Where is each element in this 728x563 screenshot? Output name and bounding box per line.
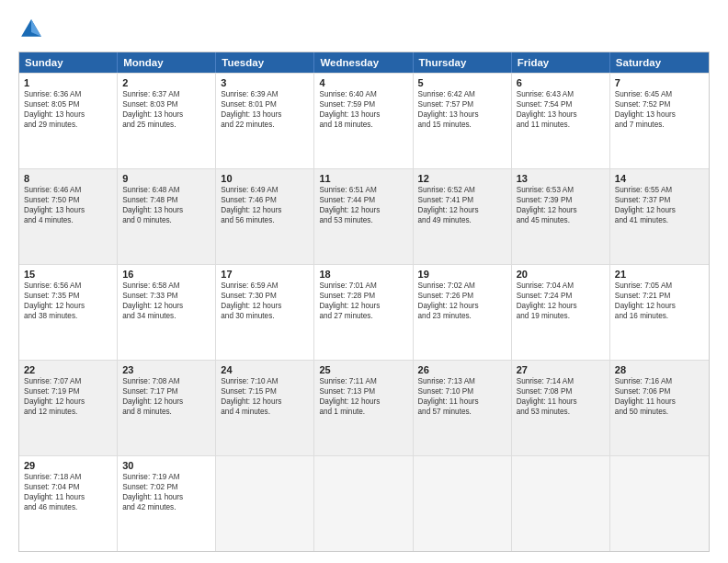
weekday-header: Tuesday xyxy=(216,52,314,73)
calendar-cell: 29Sunrise: 7:18 AMSunset: 7:04 PMDayligh… xyxy=(19,456,118,551)
weekday-header: Wednesday xyxy=(314,52,413,73)
cell-info-line: Daylight: 12 hours xyxy=(122,396,210,407)
cell-info-line: Sunset: 7:28 PM xyxy=(319,291,407,301)
cell-info-line: Sunrise: 6:52 AM xyxy=(418,185,506,195)
day-number: 17 xyxy=(221,269,309,280)
day-number: 30 xyxy=(122,460,210,471)
day-number: 19 xyxy=(418,269,506,280)
day-number: 20 xyxy=(517,269,605,280)
cell-info-line: Sunset: 7:50 PM xyxy=(24,195,112,205)
day-number: 9 xyxy=(122,173,210,184)
cell-info-line: and 53 minutes. xyxy=(517,407,605,417)
cell-info-line: and 49 minutes. xyxy=(418,215,506,225)
cell-info-line: Sunrise: 6:55 AM xyxy=(615,185,704,195)
cell-info-line: and 34 minutes. xyxy=(122,311,210,321)
cell-info-line: Sunrise: 7:02 AM xyxy=(418,281,506,291)
cell-info-line: Sunset: 7:13 PM xyxy=(319,386,407,396)
cell-info-line: Sunrise: 6:45 AM xyxy=(615,89,704,99)
cell-info-line: and 16 minutes. xyxy=(615,311,704,321)
cell-info-line: Sunrise: 6:48 AM xyxy=(122,185,210,195)
logo xyxy=(18,17,50,42)
weekday-header: Thursday xyxy=(414,52,512,73)
cell-info-line: Daylight: 13 hours xyxy=(122,109,210,120)
cell-info-line: and 45 minutes. xyxy=(517,215,605,225)
cell-info-line: Sunset: 7:26 PM xyxy=(418,291,506,301)
cell-info-line: Sunrise: 7:04 AM xyxy=(517,281,605,291)
cell-info-line: and 50 minutes. xyxy=(615,407,704,417)
day-number: 22 xyxy=(24,364,112,375)
cell-info-line: Daylight: 13 hours xyxy=(24,109,112,120)
cell-info-line: and 56 minutes. xyxy=(221,215,309,225)
calendar-cell: 1Sunrise: 6:36 AMSunset: 8:05 PMDaylight… xyxy=(19,74,118,168)
cell-info-line: Sunrise: 7:19 AM xyxy=(122,472,210,482)
cell-info-line: and 46 minutes. xyxy=(24,502,112,512)
cell-info-line: Daylight: 12 hours xyxy=(517,205,605,215)
calendar-cell: 30Sunrise: 7:19 AMSunset: 7:02 PMDayligh… xyxy=(118,456,216,551)
cell-info-line: Sunset: 7:54 PM xyxy=(517,99,605,109)
cell-info-line: Sunrise: 6:39 AM xyxy=(221,89,309,99)
cell-info-line: Sunrise: 7:10 AM xyxy=(221,376,309,386)
cell-info-line: Sunset: 7:04 PM xyxy=(24,482,112,492)
cell-info-line: Sunrise: 6:40 AM xyxy=(319,89,407,99)
cell-info-line: Sunrise: 7:07 AM xyxy=(24,376,112,386)
day-number: 21 xyxy=(615,269,704,280)
calendar-cell: 27Sunrise: 7:14 AMSunset: 7:08 PMDayligh… xyxy=(512,361,610,455)
cell-info-line: and 1 minute. xyxy=(319,407,407,417)
cell-info-line: and 4 minutes. xyxy=(221,407,309,417)
cell-info-line: and 38 minutes. xyxy=(24,311,112,321)
calendar-row: 22Sunrise: 7:07 AMSunset: 7:19 PMDayligh… xyxy=(19,360,709,455)
cell-info-line: Daylight: 12 hours xyxy=(319,205,407,215)
cell-info-line: Sunrise: 6:51 AM xyxy=(319,185,407,195)
cell-info-line: Sunrise: 7:08 AM xyxy=(122,376,210,386)
cell-info-line: Sunrise: 6:58 AM xyxy=(122,281,210,291)
day-number: 18 xyxy=(319,269,407,280)
cell-info-line: Daylight: 12 hours xyxy=(24,301,112,311)
cell-info-line: and 42 minutes. xyxy=(122,502,210,512)
day-number: 16 xyxy=(122,269,210,280)
cell-info-line: and 25 minutes. xyxy=(122,120,210,130)
cell-info-line: Sunrise: 7:11 AM xyxy=(319,376,407,386)
page: SundayMondayTuesdayWednesdayThursdayFrid… xyxy=(0,0,728,563)
cell-info-line: Sunset: 7:19 PM xyxy=(24,386,112,396)
day-number: 14 xyxy=(615,173,704,184)
weekday-header: Saturday xyxy=(610,52,709,73)
calendar-row: 15Sunrise: 6:56 AMSunset: 7:35 PMDayligh… xyxy=(19,264,709,360)
calendar-cell: 15Sunrise: 6:56 AMSunset: 7:35 PMDayligh… xyxy=(19,265,118,360)
cell-info-line: and 19 minutes. xyxy=(517,311,605,321)
cell-info-line: Sunrise: 6:43 AM xyxy=(517,89,605,99)
cell-info-line: Daylight: 11 hours xyxy=(24,492,112,502)
cell-info-line: Sunset: 7:48 PM xyxy=(122,195,210,205)
cell-info-line: Sunrise: 7:13 AM xyxy=(418,376,506,386)
day-number: 13 xyxy=(517,173,605,184)
calendar-cell: 6Sunrise: 6:43 AMSunset: 7:54 PMDaylight… xyxy=(512,74,610,168)
calendar-cell xyxy=(512,456,610,551)
cell-info-line: Daylight: 11 hours xyxy=(615,396,704,407)
cell-info-line: Sunset: 7:44 PM xyxy=(319,195,407,205)
day-number: 2 xyxy=(122,77,210,88)
cell-info-line: and 27 minutes. xyxy=(319,311,407,321)
calendar-cell: 28Sunrise: 7:16 AMSunset: 7:06 PMDayligh… xyxy=(610,361,709,455)
cell-info-line: Daylight: 12 hours xyxy=(319,301,407,311)
calendar-cell: 5Sunrise: 6:42 AMSunset: 7:57 PMDaylight… xyxy=(414,74,512,168)
cell-info-line: Daylight: 12 hours xyxy=(221,396,309,407)
cell-info-line: Sunset: 8:03 PM xyxy=(122,99,210,109)
cell-info-line: and 8 minutes. xyxy=(122,407,210,417)
calendar-cell: 8Sunrise: 6:46 AMSunset: 7:50 PMDaylight… xyxy=(19,169,118,264)
cell-info-line: Sunrise: 6:49 AM xyxy=(221,185,309,195)
cell-info-line: and 12 minutes. xyxy=(24,407,112,417)
logo-icon xyxy=(18,17,44,42)
cell-info-line: Sunset: 7:37 PM xyxy=(615,195,704,205)
cell-info-line: Sunrise: 6:56 AM xyxy=(24,281,112,291)
cell-info-line: and 29 minutes. xyxy=(24,120,112,130)
cell-info-line: Sunrise: 7:18 AM xyxy=(24,472,112,482)
weekday-header: Sunday xyxy=(19,52,118,73)
cell-info-line: Daylight: 13 hours xyxy=(517,109,605,120)
cell-info-line: Sunset: 7:33 PM xyxy=(122,291,210,301)
calendar-cell: 7Sunrise: 6:45 AMSunset: 7:52 PMDaylight… xyxy=(610,74,709,168)
cell-info-line: Sunset: 7:52 PM xyxy=(615,99,704,109)
cell-info-line: and 0 minutes. xyxy=(122,215,210,225)
cell-info-line: Sunset: 7:06 PM xyxy=(615,386,704,396)
cell-info-line: Daylight: 12 hours xyxy=(319,396,407,407)
cell-info-line: and 57 minutes. xyxy=(418,407,506,417)
day-number: 4 xyxy=(319,77,407,88)
